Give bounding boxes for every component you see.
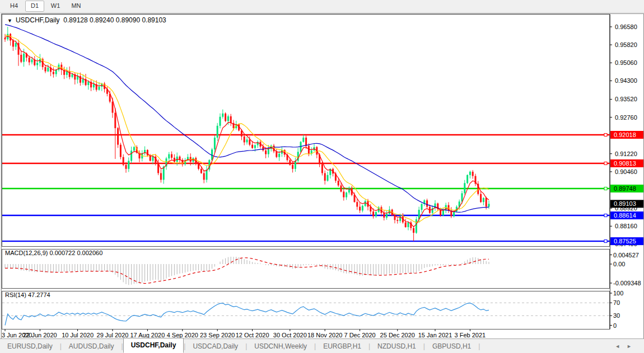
svg-text:0.92760: 0.92760 [615, 114, 637, 121]
svg-text:0.90813: 0.90813 [614, 160, 636, 167]
svg-text:0.91220: 0.91220 [615, 150, 637, 157]
svg-text:0.89103: 0.89103 [614, 200, 636, 207]
svg-text:0.88160: 0.88160 [615, 223, 637, 229]
chart-tab-eurusd[interactable]: EURUSD,Daily [0, 340, 60, 353]
chart-title: ▼USDCHF,Daily 0.89128 0.89240 0.89090 0.… [7, 16, 166, 24]
level-handle[interactable] [604, 187, 607, 190]
ma-mid-line [5, 35, 489, 223]
timeframe-toolbar: H4D1W1MN [0, 0, 644, 13]
mt4-window: H4D1W1MN 0.965800.958200.950600.943000.9… [0, 0, 644, 353]
chart-menu-icon[interactable]: ▼ [7, 18, 12, 23]
chart-tab-eurgbp[interactable]: EURGBP,H1 [316, 340, 368, 353]
svg-text:0.89748: 0.89748 [614, 185, 636, 192]
svg-text:0.95820: 0.95820 [615, 41, 637, 48]
date-axis: 3 Jun 202022 Jun 202010 Jul 202029 Jul 2… [2, 330, 486, 339]
svg-text:0.93520: 0.93520 [615, 96, 637, 102]
svg-text:0: 0 [613, 322, 617, 329]
svg-text:3 Feb 2021: 3 Feb 2021 [455, 332, 486, 338]
tab-separator: | [478, 342, 480, 350]
ma-fast-line [5, 36, 489, 227]
svg-text:0.95060: 0.95060 [615, 59, 637, 66]
level-handle[interactable] [604, 162, 607, 164]
svg-text:7 Dec 2020: 7 Dec 2020 [344, 332, 375, 338]
svg-text:0.90460: 0.90460 [615, 168, 637, 175]
svg-text:0.94300: 0.94300 [615, 77, 637, 84]
level-handle[interactable] [604, 134, 607, 137]
macd-indicator-label: MACD(12,26,9) 0.000722 0.002060 [5, 250, 102, 256]
rsi-layer [2, 303, 610, 325]
chart-tab-nzdusd[interactable]: NZDUSD,H1 [370, 340, 423, 353]
svg-text:18 Nov 2020: 18 Nov 2020 [307, 332, 342, 338]
moving-averages-layer [5, 25, 489, 227]
svg-text:70: 70 [613, 299, 620, 306]
candles-layer [4, 27, 490, 241]
svg-text:22 Jun 2020: 22 Jun 2020 [23, 332, 57, 338]
svg-text:12 Oct 2020: 12 Oct 2020 [236, 332, 269, 338]
svg-text:25 Dec 2020: 25 Dec 2020 [380, 332, 415, 338]
chart-tab-audusd[interactable]: AUDUSD,Daily [62, 340, 122, 353]
svg-text:10 Jul 2020: 10 Jul 2020 [62, 332, 94, 338]
timeframe-button-mn[interactable]: MN [67, 1, 86, 12]
timeframe-button-w1[interactable]: W1 [46, 1, 65, 12]
svg-text:0.87525: 0.87525 [614, 238, 636, 244]
rsi-indicator-label: RSI(14) 47.2774 [5, 291, 50, 298]
svg-text:0.92018: 0.92018 [614, 131, 636, 138]
price-pane-border [2, 15, 610, 247]
svg-text:0.004527: 0.004527 [613, 252, 639, 258]
rsi-pane-border [2, 291, 610, 330]
svg-text:0.96580: 0.96580 [615, 23, 637, 30]
level-handle[interactable] [604, 214, 607, 217]
svg-text:23 Sep 2020: 23 Sep 2020 [200, 332, 235, 338]
timeframe-button-h4[interactable]: H4 [4, 1, 24, 12]
ma-slow-line [5, 25, 489, 213]
svg-text:0.88614: 0.88614 [614, 212, 636, 219]
chart-tab-bar: EURUSD,Daily|AUDUSD,Daily|USDCHF,Daily|U… [0, 338, 644, 353]
chart-window: 0.965800.958200.950600.943000.935200.927… [1, 13, 644, 339]
macd-layer [5, 257, 489, 285]
price-chart-canvas[interactable]: 0.965800.958200.950600.943000.935200.927… [2, 14, 643, 338]
svg-text:0.00: 0.00 [613, 261, 625, 267]
chart-tab-gbpusd[interactable]: GBPUSD,H1 [425, 340, 478, 353]
rsi-line [5, 303, 489, 326]
timeframe-button-d1[interactable]: D1 [25, 1, 44, 12]
svg-text:30 Oct 2020: 30 Oct 2020 [273, 332, 307, 338]
horizontal-levels [2, 134, 610, 243]
svg-text:30: 30 [613, 312, 620, 319]
tab-scroll-arrows[interactable]: ◄► [615, 343, 638, 349]
chart-tab-usdcad[interactable]: USDCAD,Daily [185, 340, 245, 353]
chart-tab-usdcnh[interactable]: USDCNH,Weekly [247, 340, 314, 353]
svg-text:-0.009348: -0.009348 [613, 280, 641, 286]
chart-quote-line: 0.89128 0.89240 0.89090 0.89103 [63, 16, 166, 24]
price-axis: 0.965800.958200.950600.943000.935200.927… [610, 23, 643, 247]
svg-text:100: 100 [613, 290, 623, 296]
svg-text:15 Jan 2021: 15 Jan 2021 [418, 332, 452, 338]
level-handle[interactable] [604, 240, 607, 243]
chart-symbol-label: USDCHF,Daily [16, 16, 60, 24]
chart-tab-usdchf[interactable]: USDCHF,Daily [123, 338, 184, 353]
